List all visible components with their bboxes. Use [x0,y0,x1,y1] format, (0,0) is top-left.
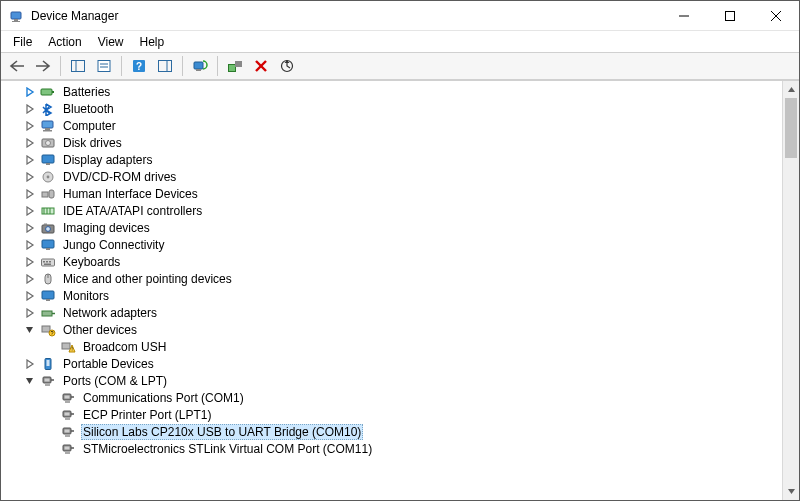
expand-icon[interactable] [23,119,37,133]
help-button[interactable]: ? [127,55,151,77]
expand-icon[interactable] [23,102,37,116]
tree-item-computer[interactable]: Computer [1,117,782,134]
collapse-icon[interactable] [23,374,37,388]
display-icon [39,152,57,168]
tree-item-mice[interactable]: Mice and other pointing devices [1,270,782,287]
expand-icon[interactable] [23,204,37,218]
tree-item-bluetooth[interactable]: Bluetooth [1,100,782,117]
svg-rect-29 [43,130,52,132]
port-icon [59,424,77,440]
svg-marker-87 [788,489,795,494]
tree-item-dvd-cd[interactable]: DVD/CD-ROM drives [1,168,782,185]
close-button[interactable] [753,1,799,30]
scroll-track[interactable] [783,98,799,483]
tree-item-ide[interactable]: IDE ATA/ATAPI controllers [1,202,782,219]
menu-help[interactable]: Help [132,33,173,51]
expand-icon[interactable] [23,238,37,252]
expand-icon[interactable] [23,85,37,99]
tree-item-other[interactable]: ?Other devices [1,321,782,338]
toolbar-separator [217,56,218,76]
tree-item-label: Silicon Labs CP210x USB to UART Bridge (… [81,424,363,440]
tree-item-disk-drives[interactable]: Disk drives [1,134,782,151]
scan-hardware-button[interactable] [188,55,212,77]
port-icon [39,373,57,389]
tree-item-batteries[interactable]: Batteries [1,83,782,100]
tree-item-broadcom-ush[interactable]: !Broadcom USH [1,338,782,355]
forward-button[interactable] [31,55,55,77]
action-pane-button[interactable] [153,55,177,77]
device-tree[interactable]: BatteriesBluetoothComputerDisk drivesDis… [1,81,782,500]
tree-item-ports[interactable]: Ports (COM & LPT) [1,372,782,389]
svg-rect-67 [45,378,50,381]
svg-marker-86 [788,87,795,92]
window-title: Device Manager [31,9,118,23]
maximize-button[interactable] [707,1,753,30]
expand-icon[interactable] [23,289,37,303]
menu-action[interactable]: Action [40,33,89,51]
expand-icon[interactable] [23,221,37,235]
tree-item-label: Communications Port (COM1) [81,391,246,405]
svg-rect-1 [14,19,18,21]
svg-point-43 [46,226,51,231]
svg-rect-45 [42,240,54,248]
expand-icon[interactable] [23,272,37,286]
tree-item-label: Disk drives [61,136,124,150]
update-driver-button[interactable] [275,55,299,77]
svg-rect-73 [65,401,70,403]
svg-rect-81 [65,435,70,437]
tree-item-monitors[interactable]: Monitors [1,287,782,304]
svg-rect-65 [47,360,50,366]
expand-icon[interactable] [23,306,37,320]
scroll-up-button[interactable] [783,81,799,98]
tree-item-imaging[interactable]: Imaging devices [1,219,782,236]
tree-item-label: Monitors [61,289,111,303]
minimize-button[interactable] [661,1,707,30]
svg-rect-49 [46,261,48,263]
computer-icon [39,118,57,134]
expand-icon[interactable] [23,255,37,269]
tree-item-portable[interactable]: Portable Devices [1,355,782,372]
expand-icon[interactable] [23,187,37,201]
tree-item-hid[interactable]: Human Interface Devices [1,185,782,202]
expand-icon[interactable] [23,136,37,150]
tree-item-cp210x[interactable]: Silicon Labs CP210x USB to UART Bridge (… [1,423,782,440]
collapse-icon[interactable] [23,323,37,337]
bluetooth-icon [39,101,57,117]
tree-item-jungo[interactable]: Jungo Connectivity [1,236,782,253]
add-legacy-hardware-button[interactable] [223,55,247,77]
menu-view[interactable]: View [90,33,132,51]
svg-rect-55 [46,299,50,301]
expand-icon[interactable] [23,357,37,371]
other-icon: ? [39,322,57,338]
expand-icon[interactable] [23,153,37,167]
toolbar-separator [121,56,122,76]
properties-button[interactable] [92,55,116,77]
tree-item-stlink[interactable]: STMicroelectronics STLink Virtual COM Po… [1,440,782,457]
svg-rect-58 [42,326,50,332]
keyboard-icon [39,254,57,270]
vertical-scrollbar[interactable] [782,81,799,500]
expand-icon[interactable] [23,170,37,184]
portable-icon [39,356,57,372]
hid-icon [39,186,57,202]
uninstall-button[interactable] [249,55,273,77]
back-button[interactable] [5,55,29,77]
toolbar-separator [60,56,61,76]
camera-icon [39,220,57,236]
tree-item-lpt1[interactable]: ECP Printer Port (LPT1) [1,406,782,423]
display-icon [39,237,57,253]
svg-point-31 [46,140,51,145]
tree-item-com1[interactable]: Communications Port (COM1) [1,389,782,406]
tree-item-network[interactable]: Network adapters [1,304,782,321]
content-area: BatteriesBluetoothComputerDisk drivesDis… [1,80,799,500]
svg-text:?: ? [136,61,142,72]
show-hide-tree-button[interactable] [66,55,90,77]
toolbar: ? [1,52,799,80]
svg-rect-25 [41,89,52,95]
scroll-down-button[interactable] [783,483,799,500]
tree-item-keyboards[interactable]: Keyboards [1,253,782,270]
port-icon [59,407,77,423]
tree-item-display-adapters[interactable]: Display adapters [1,151,782,168]
scroll-thumb[interactable] [785,98,797,158]
menu-file[interactable]: File [5,33,40,51]
